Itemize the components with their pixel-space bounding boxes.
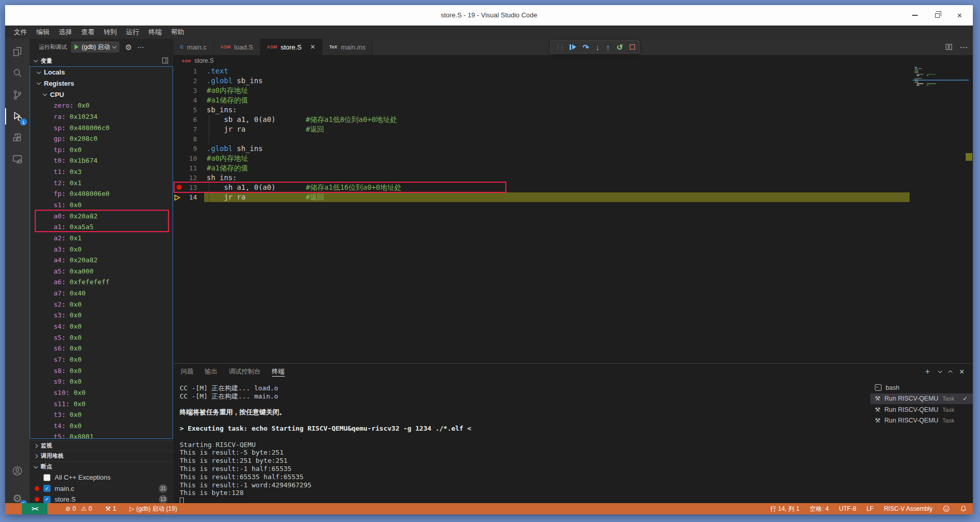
menu-item[interactable]: 转到 [99, 26, 121, 39]
terminal-list-item-bash[interactable]: >_bash [870, 382, 973, 393]
variables-tree[interactable]: LocalsRegistersCPUzero: 0x0ra: 0x10234sp… [30, 66, 173, 439]
breakpoint-store.S[interactable]: ✓store.S13 [30, 494, 174, 503]
panel-tab-终端[interactable]: 终端 [272, 364, 285, 379]
menu-item[interactable]: 选择 [54, 26, 77, 39]
code-line-11[interactable]: 11#a1储存的值 [174, 163, 973, 173]
problems-status[interactable]: ⊘0 ⚠0 [65, 505, 92, 512]
sidebar-item-search[interactable] [5, 62, 30, 84]
register-s4[interactable]: s4: 0x0 [30, 321, 173, 332]
tab-load.S[interactable]: ASMload.S [214, 39, 260, 55]
status-item[interactable]: 行 14, 列 1 [770, 505, 799, 513]
breakpoints-section-header[interactable]: 断点 [30, 461, 174, 471]
breakpoint-checkbox[interactable] [43, 474, 51, 481]
panel-tab-调试控制台[interactable]: 调试控制台 [229, 364, 261, 379]
register-a5[interactable]: a5: 0xa000 [30, 266, 173, 277]
register-t2[interactable]: t2: 0x1 [30, 177, 173, 188]
terminal-output[interactable]: CC -[M] 正在构建... load.oCC -[M] 正在构建... ma… [180, 384, 864, 503]
register-s5[interactable]: s5: 0x0 [30, 332, 173, 343]
remote-indicator[interactable]: >< [22, 503, 47, 514]
split-editor-icon[interactable] [945, 43, 952, 51]
step-over-button[interactable]: ↷ [583, 43, 590, 51]
notifications-button[interactable] [960, 505, 967, 512]
open-panel-icon[interactable] [162, 57, 168, 66]
feedback-button[interactable] [943, 505, 950, 512]
new-terminal-icon[interactable]: ＋ [923, 367, 932, 376]
register-t4[interactable]: t4: 0x0 [30, 420, 173, 432]
register-gp[interactable]: gp: 0x208c0 [30, 133, 173, 144]
code-line-8[interactable]: 8 [174, 134, 973, 144]
minimize-button[interactable] [903, 5, 926, 26]
code-line-2[interactable]: 2.globl sb_ins [174, 76, 973, 86]
sidebar-item-extensions[interactable] [5, 127, 30, 148]
code-line-5[interactable]: 5sb_ins: [174, 105, 973, 115]
code-line-9[interactable]: 9.globl sh_ins [174, 144, 973, 154]
register-t0[interactable]: t0: 0x1b674 [30, 155, 173, 166]
terminal-list-item-Run RISCV-QEMU[interactable]: ⚒Run RISCV-QEMUTask [870, 415, 973, 427]
sidebar-item-explorer[interactable] [5, 41, 30, 62]
register-s10[interactable]: s10: 0x0 [30, 387, 173, 399]
register-t5[interactable]: t5: 0x8801 [30, 431, 173, 439]
tree-group-Registers[interactable]: Registers [30, 78, 173, 89]
menu-item[interactable]: 文件 [9, 26, 32, 39]
code-line-14[interactable]: 14 jr ra #返回 [174, 192, 973, 202]
register-a6[interactable]: a6: 0xfefefeff [30, 277, 173, 288]
restart-button[interactable]: ↺ [617, 43, 623, 51]
terminal-list-item-Run RISCV-QEMU[interactable]: ⚒Run RISCV-QEMUTask [870, 404, 973, 415]
panel-tab-问题[interactable]: 问题 [181, 364, 193, 379]
breakpoint-checkbox[interactable]: ✓ [43, 485, 51, 492]
breakpoint-All C++ Exceptions[interactable]: All C++ Exceptions [30, 472, 174, 483]
terminal-list-item-Run RISCV-QEMU[interactable]: ⚒Run RISCV-QEMUTask✓ [870, 393, 973, 405]
start-debug-icon[interactable] [75, 44, 79, 49]
code-line-3[interactable]: 3#a0内存地址 [174, 86, 973, 95]
breakpoint-checkbox[interactable]: ✓ [43, 496, 51, 503]
step-into-button[interactable]: ↓ [596, 43, 600, 51]
register-tp[interactable]: tp: 0x0 [30, 144, 173, 155]
menu-item[interactable]: 运行 [121, 26, 144, 39]
menu-item[interactable]: 编辑 [32, 26, 54, 39]
titlebar[interactable]: store.S - 19 - Visual Studio Code ✕ [5, 5, 973, 26]
register-zero[interactable]: zero: 0x0 [30, 100, 173, 111]
more-actions-icon[interactable]: ⋯ [137, 43, 145, 51]
watch-section-header[interactable]: 监视 [30, 440, 174, 451]
sidebar-item-source-control[interactable] [5, 84, 30, 106]
code-line-1[interactable]: 1.text [174, 66, 973, 76]
register-s9[interactable]: s9: 0x0 [30, 376, 173, 387]
register-fp[interactable]: fp: 0x408006e0 [30, 188, 173, 200]
status-item[interactable]: RISC-V Assembly [884, 505, 933, 512]
debug-settings-gear-icon[interactable]: ⚙ [125, 43, 132, 51]
register-a3[interactable]: a3: 0x0 [30, 243, 173, 255]
register-s6[interactable]: s6: 0x0 [30, 343, 173, 354]
more-actions-icon[interactable]: ⋯ [960, 42, 968, 52]
register-s7[interactable]: s7: 0x0 [30, 354, 173, 365]
maximize-panel-icon[interactable] [948, 370, 952, 374]
continue-button[interactable] [570, 44, 576, 50]
register-s8[interactable]: s8: 0x0 [30, 365, 173, 376]
status-item[interactable]: 空格: 4 [810, 505, 828, 513]
panel-tab-输出[interactable]: 输出 [205, 364, 217, 379]
close-icon[interactable]: ✕ [310, 44, 315, 50]
tree-group-CPU[interactable]: CPU [30, 89, 173, 100]
register-t3[interactable]: t3: 0x0 [30, 409, 173, 420]
tab-main.ins[interactable]: TeXmain.ins [323, 39, 373, 55]
register-ra[interactable]: ra: 0x10234 [30, 111, 173, 122]
drag-handle-icon[interactable]: ⋮⋮ [555, 43, 564, 51]
menu-item[interactable]: 查看 [77, 26, 99, 39]
stop-button[interactable] [630, 44, 635, 49]
status-item[interactable]: UTF-8 [839, 505, 856, 512]
sidebar-item-run-debug[interactable]: 1 [5, 106, 30, 127]
debug-session-status[interactable]: ▷(gdb) 启动 (19) [130, 505, 177, 513]
code-line-4[interactable]: 4#a1储存的值 [174, 95, 973, 105]
call-stack-section-header[interactable]: 调用堆栈 [30, 451, 174, 461]
code-line-10[interactable]: 10#a0内存地址 [174, 154, 973, 163]
register-s3[interactable]: s3: 0x0 [30, 310, 173, 321]
register-a4[interactable]: a4: 0x20a82 [30, 255, 173, 266]
register-a7[interactable]: a7: 0x40 [30, 288, 173, 299]
step-out-button[interactable]: ↑ [606, 43, 610, 51]
close-button[interactable]: ✕ [948, 5, 971, 26]
close-panel-icon[interactable]: ✕ [959, 368, 965, 375]
menu-item[interactable]: 帮助 [166, 26, 189, 39]
register-sp[interactable]: sp: 0x408006c0 [30, 122, 173, 133]
code-line-7[interactable]: 7 jr ra #返回 [174, 125, 973, 134]
code-line-6[interactable]: 6 sb a1, 0(a0) #储存a1低8位到a0+0地址处 [174, 115, 973, 125]
register-s2[interactable]: s2: 0x0 [30, 299, 173, 310]
